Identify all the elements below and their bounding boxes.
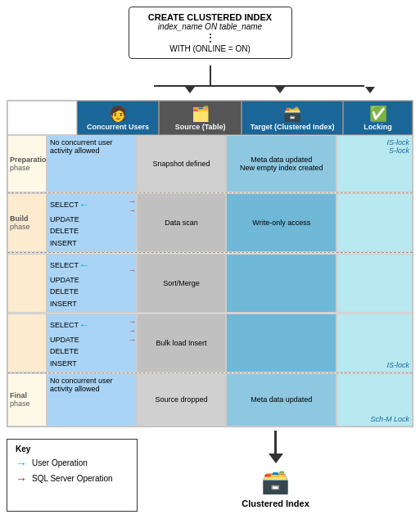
source-header: 🗂️ Source (Table) bbox=[159, 101, 242, 135]
key-user-op: → User Operation bbox=[16, 457, 129, 470]
bottom-container: Key → User Operation → SQL Server Operat… bbox=[7, 431, 413, 512]
clustered-index-icon: 🗃️ bbox=[261, 468, 290, 495]
final-concurrent: No concurrent user activity allowed bbox=[47, 373, 137, 426]
diagram-wrapper: 🧑 Concurrent Users 🗂️ Source (Table) 🗃️ … bbox=[7, 100, 413, 427]
main-container: CREATE CLUSTERED INDEX index_name ON tab… bbox=[0, 0, 420, 518]
select-arrow-left-2: ← bbox=[79, 257, 89, 274]
red-arrows-2: → bbox=[129, 266, 136, 274]
final-arrow-head bbox=[269, 454, 283, 463]
build-locking-1 bbox=[336, 193, 413, 252]
final-target: Meta data updated bbox=[226, 373, 336, 426]
build-source-1: Data scan bbox=[137, 193, 227, 252]
phase-header bbox=[7, 101, 77, 135]
final-label: Final phase bbox=[7, 373, 47, 426]
final-phase-row: Final phase No concurrent user activity … bbox=[7, 373, 413, 426]
build-label: Build phase bbox=[7, 193, 47, 252]
build-concurrent-3: SELECT ← UPDATE DELETE INSERT → → → bbox=[47, 314, 137, 372]
prep-phase-row: Preparation phase No concurrent user act… bbox=[7, 135, 413, 192]
build-locking-2 bbox=[336, 254, 413, 313]
red-arrow-icon: → bbox=[16, 472, 27, 485]
sql-dots: ⋮ bbox=[138, 31, 283, 44]
build-target-3 bbox=[226, 314, 336, 372]
build-concurrent-2: SELECT ← UPDATE DELETE INSERT → bbox=[47, 254, 137, 313]
prep-concurrent: No concurrent user activity allowed bbox=[47, 135, 137, 192]
build-target-1: Write-only access bbox=[226, 193, 336, 252]
build-locking-3: IS-lock bbox=[336, 314, 413, 372]
red-arrows-1: → → bbox=[129, 197, 136, 214]
key-box: Key → User Operation → SQL Server Operat… bbox=[7, 439, 138, 512]
key-title: Key bbox=[16, 445, 129, 454]
prep-locking: IS-lock S-lock bbox=[336, 135, 413, 192]
select-arrow-left-1: ← bbox=[79, 196, 89, 214]
cyan-arrow-icon: → bbox=[16, 457, 27, 470]
clustered-index-label: Clustered Index bbox=[242, 499, 309, 508]
prep-target: Meta data updated New empty index create… bbox=[226, 135, 336, 192]
final-locking: Sch-M Lock bbox=[336, 373, 413, 426]
build-row1: Build phase SELECT ← UPDATE DELETE INSER… bbox=[7, 192, 413, 253]
red-arrows-3: → → → bbox=[129, 318, 136, 344]
concurrent-header: 🧑 Concurrent Users bbox=[77, 101, 160, 135]
build-spacer-2 bbox=[7, 254, 47, 313]
clustered-index-container: 🗃️ Clustered Index bbox=[138, 431, 413, 512]
sql-line3: WITH (ONLINE = ON) bbox=[138, 44, 283, 53]
header-row: 🧑 Concurrent Users 🗂️ Source (Table) 🗃️ … bbox=[7, 101, 413, 135]
final-arrow-line bbox=[274, 431, 277, 454]
build-target-2 bbox=[226, 254, 336, 313]
target-header: 🗃️ Target (Clustered Index) bbox=[242, 101, 343, 135]
prep-source: Snapshot defined bbox=[137, 135, 227, 192]
locking-header: ✅ Locking bbox=[343, 101, 413, 135]
select-arrow-left-3: ← bbox=[79, 317, 89, 334]
build-spacer-3 bbox=[7, 314, 47, 372]
key-sql-op: → SQL Server Operation bbox=[16, 472, 129, 485]
build-row2: SELECT ← UPDATE DELETE INSERT → Sort/Mer… bbox=[7, 253, 413, 313]
build-source-2: Sort/Merge bbox=[137, 254, 227, 313]
build-row3: SELECT ← UPDATE DELETE INSERT → → → Bulk… bbox=[7, 313, 413, 373]
prep-label: Preparation phase bbox=[7, 135, 47, 192]
sql-line2: index_name ON table_name bbox=[138, 22, 283, 31]
sql-line1: CREATE CLUSTERED INDEX bbox=[138, 12, 283, 22]
sql-box: CREATE CLUSTERED INDEX index_name ON tab… bbox=[129, 7, 292, 59]
final-source: Source dropped bbox=[137, 373, 227, 426]
build-source-3: Bulk load Insert bbox=[137, 314, 227, 372]
build-concurrent-1: SELECT ← UPDATE DELETE INSERT → → bbox=[47, 193, 137, 252]
